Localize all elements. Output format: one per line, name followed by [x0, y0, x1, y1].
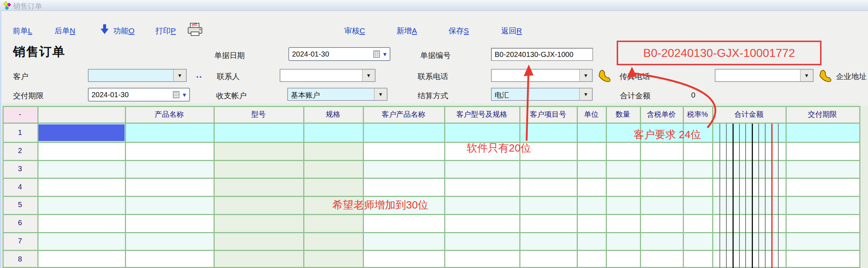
annotation-note-20: 软件只有20位 — [467, 141, 531, 156]
row-number-8[interactable]: 8 — [3, 250, 37, 268]
header-cell-含税单价[interactable]: 含税单价 — [640, 106, 683, 123]
collapsed-column-line — [726, 124, 727, 268]
collapsed-column-line — [758, 124, 759, 268]
header-cell-合计金额[interactable]: 合计金额 — [712, 106, 786, 123]
header-cell--[interactable]: - — [3, 106, 37, 123]
grid-hline — [3, 178, 860, 179]
header-cell-产品名称[interactable]: 产品名称 — [125, 106, 214, 123]
table-row[interactable] — [37, 214, 859, 232]
header-cell-单位[interactable]: 单位 — [577, 106, 606, 123]
grid-hline — [3, 142, 860, 143]
grid-vline — [519, 106, 520, 268]
header-cell-数量[interactable]: 数量 — [606, 106, 640, 123]
grid-vline — [712, 106, 713, 268]
grid-vline — [37, 106, 38, 268]
table-row[interactable] — [37, 196, 859, 214]
collapsed-column-line — [719, 124, 720, 268]
grid-vline — [444, 106, 445, 268]
collapsed-column-line — [752, 124, 753, 268]
grid-vline — [606, 106, 607, 268]
table-row[interactable] — [37, 232, 859, 250]
header-cell-型号[interactable]: 型号 — [214, 106, 303, 123]
grid-hline — [3, 196, 860, 197]
table-row[interactable] — [37, 250, 859, 268]
header-cell-客户型号及规格[interactable]: 客户型号及规格 — [444, 106, 519, 123]
row-number-4[interactable]: 4 — [3, 178, 37, 196]
collapsed-column-line — [778, 124, 779, 268]
grid-vline — [214, 106, 215, 268]
table-row[interactable] — [37, 160, 859, 178]
grid-hline — [3, 123, 860, 124]
grid-hline — [3, 250, 860, 251]
table-row[interactable] — [37, 178, 859, 196]
collapsed-column-line — [739, 124, 740, 268]
grid-vline — [303, 106, 304, 268]
grid-vline — [859, 106, 860, 268]
header-cell-交付期限[interactable]: 交付期限 — [786, 106, 859, 123]
header-cell-规格[interactable]: 规格 — [303, 106, 363, 123]
grid-hline — [3, 106, 860, 107]
header-cell-税率%[interactable]: 税率% — [683, 106, 712, 123]
header-cell-blank-1[interactable] — [37, 106, 125, 123]
collapsed-column-line — [733, 124, 734, 268]
grid-vline — [577, 106, 578, 268]
grid-top-band — [3, 103, 859, 106]
row-number-1[interactable]: 1 — [3, 124, 37, 142]
sales-order-window: 销售订单 前单L 后单N 功能O 打印P 审核C 新增A 保存S 返回R 销售订… — [0, 0, 868, 268]
annotation-note-30: 希望老师增加到30位 — [332, 198, 428, 213]
header-cell-客户项目号[interactable]: 客户项目号 — [519, 106, 577, 123]
annotation-note-24: 客户要求 24位 — [634, 128, 701, 142]
grid-right-margin — [859, 106, 868, 268]
row-number-5[interactable]: 5 — [3, 196, 37, 214]
row-number-7[interactable]: 7 — [3, 232, 37, 250]
header-cell-客户产品名称[interactable]: 客户产品名称 — [363, 106, 444, 123]
row-number-6[interactable]: 6 — [3, 214, 37, 232]
table-row[interactable] — [37, 124, 859, 142]
collapsed-column-line — [745, 124, 746, 268]
grid-hline — [3, 160, 860, 161]
table-row[interactable] — [37, 142, 859, 160]
grid-vline — [363, 106, 364, 268]
selected-cell[interactable] — [38, 124, 125, 141]
grid-vline — [786, 106, 787, 268]
grid-vline — [3, 106, 4, 268]
grid-hline — [3, 214, 860, 215]
row-number-2[interactable]: 2 — [3, 142, 37, 160]
order-lines-grid: 12345678-产品名称型号规格客户产品名称客户型号及规格客户项目号单位数量含… — [0, 0, 868, 268]
collapsed-column-line — [765, 124, 766, 268]
grid-hline — [3, 232, 860, 233]
grid-vline — [125, 106, 126, 268]
row-number-3[interactable]: 3 — [3, 160, 37, 178]
collapsed-column-line — [771, 124, 772, 268]
